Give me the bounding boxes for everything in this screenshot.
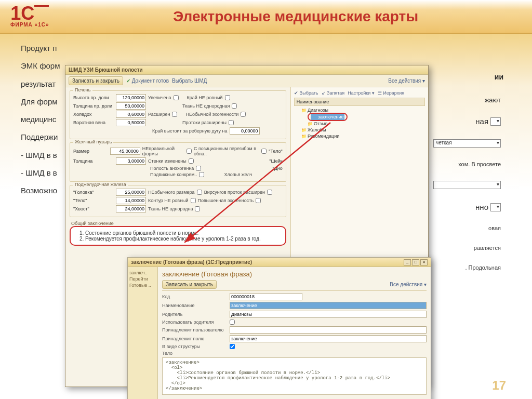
hierarchy-link[interactable]: ☰ Иерархия [378, 90, 404, 96]
liver-edge-chk[interactable] [225, 95, 230, 100]
logo-1c: 1C ФИРМА «1С» [10, 5, 49, 28]
winB-close-icon[interactable]: × [420, 259, 428, 265]
panc-tissue-chk[interactable] [195, 206, 200, 211]
sidebar-item-ready[interactable]: Готовые .. [129, 283, 156, 288]
winB-title: заключение (Готовая фраза) (1С:Предприят… [131, 259, 252, 265]
gall-walls-chk[interactable] [189, 158, 194, 164]
save-close-button[interactable]: Записать и закрыть [69, 76, 123, 85]
panc-size-chk[interactable] [197, 190, 202, 195]
winA-titlebar[interactable]: ШМД УЗИ Брюшной полости [65, 65, 428, 75]
group-gallbladder: Желчный пузырь Размер НЕправильной формы… [70, 142, 286, 182]
slide-header: 1C ФИРМА «1С» Электронные медицинские ка… [0, 0, 532, 34]
gall-stones-chk[interactable] [199, 172, 204, 177]
tree-item-rekom[interactable]: Рекомендации [294, 133, 425, 139]
sidebar-item-goto[interactable]: Перейти [129, 276, 156, 282]
phrase-tree[interactable]: Наименование Диагнозы заключение Отзыв Ж… [294, 98, 425, 139]
slide-title: Электронные медицинские карты [70, 8, 522, 25]
liver-thickness-input[interactable] [116, 102, 146, 110]
liver-enlarged-chk[interactable] [174, 95, 179, 100]
conclusion-highlight: Состояние органов брюшной полости в норм… [70, 226, 286, 246]
winB-titlebar[interactable]: заключение (Готовая фраза) (1С:Предприят… [128, 258, 431, 267]
gall-size-input[interactable] [110, 148, 140, 155]
gall-anecho-chk[interactable] [196, 166, 201, 171]
choledoch-input[interactable] [116, 111, 146, 118]
winB-main: заключение (Готовая фраза) Записать и за… [158, 267, 431, 399]
liver-height-input[interactable] [116, 94, 146, 101]
right-toolbar: ✔ Выбрать ↙ Запятая Настройки ▾ ☰ Иерарх… [294, 90, 425, 96]
tree-item-zhaloby[interactable]: Жалобы [294, 127, 425, 133]
bg-select-3[interactable] [433, 181, 501, 189]
ducts-exp-chk[interactable] [229, 120, 234, 125]
winB-content-title: заключение (Готовая фраза) [162, 270, 427, 278]
as-struct-chk[interactable] [230, 344, 235, 349]
use-parent-chk[interactable] [230, 320, 235, 325]
choledoch-echo-chk[interactable] [241, 112, 246, 117]
group-conclusion: Общий заключение Состояние органов брюшн… [70, 220, 286, 246]
winB-min-icon[interactable]: _ [404, 259, 411, 265]
winB-save-close-button[interactable]: Записать и закрыть [162, 280, 217, 289]
bg-select-4[interactable] [490, 203, 501, 211]
belong-field-field[interactable] [230, 335, 427, 342]
bg-text-ii: ии [495, 73, 503, 81]
name-field[interactable] [230, 302, 427, 309]
panc-body-input[interactable] [116, 197, 146, 204]
winA-toolbar: Записать и закрыть Документ готов Выбрат… [65, 75, 428, 87]
gall-shape-chk[interactable] [187, 149, 192, 154]
choose-shmd-link[interactable]: Выбрать ШМД [172, 78, 207, 84]
bg-select-1[interactable] [490, 117, 501, 126]
slide-body: Продукт п ЭМК форм результат Для форм ме… [0, 34, 532, 399]
winB-toolbar: Записать и закрыть Все действия ▾ [162, 280, 427, 291]
gall-bend-chk[interactable] [261, 149, 267, 154]
group-pancreas: Поджелудочная железа "Головка" НЕобычног… [70, 185, 286, 217]
all-actions-link[interactable]: Все действия ▾ [388, 78, 425, 84]
tree-item-otzyv[interactable]: Отзыв [294, 121, 425, 127]
panc-wirsung-chk[interactable] [267, 190, 272, 195]
window-phrase-editor: заключение (Готовая фраза) (1С:Предприят… [127, 257, 431, 399]
winB-all-actions[interactable]: Все действия ▾ [390, 282, 427, 287]
sidebar-item-zakl[interactable]: заключ.. [129, 270, 156, 275]
choledoch-exp-chk[interactable] [172, 112, 177, 117]
choose-link[interactable]: ✔ Выбрать [294, 90, 318, 96]
tree-item-zakl[interactable]: заключение [294, 113, 425, 121]
bg-select-2[interactable]: четкая [433, 139, 501, 148]
comma-link[interactable]: ↙ Запятая [322, 90, 345, 96]
rib-edge-input[interactable] [230, 127, 260, 135]
winB-sidebar: заключ.. Перейти Готовые .. [128, 267, 158, 399]
doc-ready-link[interactable]: Документ готов [126, 78, 169, 84]
group-liver: Печень Высота пр. доли Увеличена Край НЕ… [70, 90, 286, 139]
body-code-box[interactable]: <заключение> <ol> <li>Состояние органов … [162, 357, 427, 395]
settings-link[interactable]: Настройки ▾ [348, 90, 375, 96]
bg-selects-column: ная четкая хом. В просвете нно овая равл… [433, 117, 501, 271]
belong-user-field[interactable] [230, 326, 427, 334]
panc-contour-chk[interactable] [191, 198, 196, 203]
portal-vein-input[interactable] [116, 119, 146, 126]
tree-header: Наименование [294, 98, 425, 106]
parent-field[interactable] [230, 311, 427, 318]
code-field[interactable] [230, 293, 302, 300]
panc-head-input[interactable] [116, 189, 146, 196]
panc-echo-chk[interactable] [256, 198, 261, 203]
winB-max-icon[interactable]: □ [412, 259, 419, 265]
winA-title: ШМД УЗИ Брюшной полости [69, 67, 143, 73]
gall-thickness-input[interactable] [116, 157, 146, 165]
bg-text-jaut: жают [485, 96, 501, 104]
page-number: 17 [492, 378, 506, 393]
panc-tail-input[interactable] [116, 205, 146, 212]
liver-tissue-chk[interactable] [232, 103, 237, 109]
